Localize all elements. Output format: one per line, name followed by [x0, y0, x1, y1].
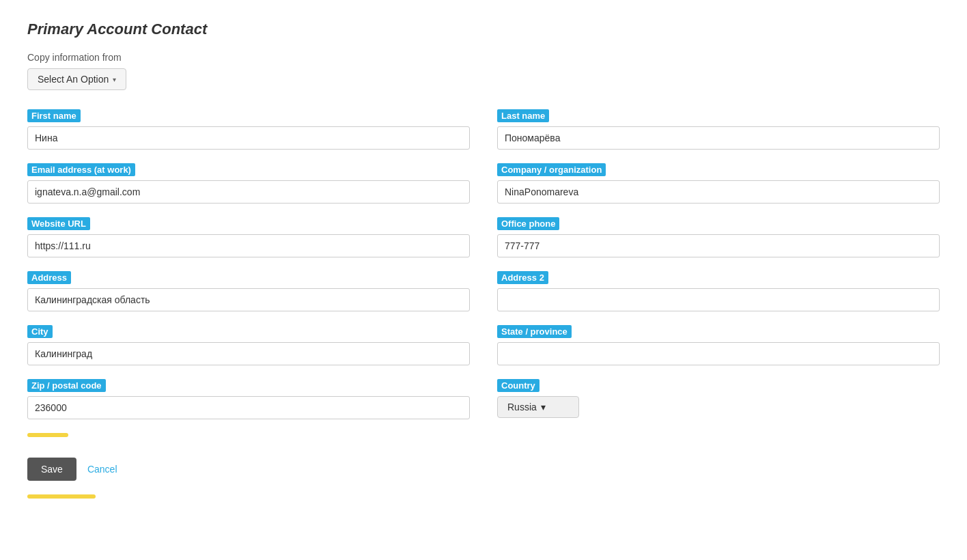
address-field: Address	[27, 271, 470, 311]
first-name-input[interactable]	[27, 126, 470, 150]
first-name-label: First name	[27, 109, 81, 122]
copy-section: Copy information from Select An Option ▾	[27, 52, 940, 90]
city-input[interactable]	[27, 342, 470, 365]
email-input[interactable]	[27, 180, 470, 204]
company-input[interactable]	[497, 180, 940, 204]
cancel-button[interactable]: Cancel	[87, 464, 117, 475]
zip-label: Zip / postal code	[27, 379, 106, 392]
chevron-down-icon: ▾	[541, 402, 546, 412]
email-label: Email address (at work)	[27, 163, 135, 176]
copy-label: Copy information from	[27, 52, 940, 63]
state-input[interactable]	[497, 342, 940, 365]
state-label: State / province	[497, 325, 572, 338]
copy-from-dropdown[interactable]: Select An Option ▾	[27, 68, 126, 90]
zip-input[interactable]	[27, 396, 470, 419]
form-grid: First name Email address (at work) Websi…	[27, 109, 940, 433]
zip-field: Zip / postal code	[27, 379, 470, 419]
first-name-field: First name	[27, 109, 470, 150]
address-input[interactable]	[27, 288, 470, 311]
chevron-down-icon: ▾	[113, 76, 116, 83]
country-label: Country	[497, 379, 539, 392]
website-input[interactable]	[27, 234, 470, 257]
address2-input[interactable]	[497, 288, 940, 311]
company-label: Company / organization	[497, 163, 606, 176]
website-field: Website URL	[27, 217, 470, 257]
office-phone-label: Office phone	[497, 217, 559, 230]
office-phone-field: Office phone	[497, 217, 940, 257]
city-label: City	[27, 325, 53, 338]
office-phone-input[interactable]	[497, 234, 940, 257]
country-field: Country Russia ▾	[497, 379, 940, 418]
actions-row: Save Cancel	[27, 458, 940, 481]
copy-from-dropdown-label: Select An Option	[38, 74, 109, 85]
last-name-label: Last name	[497, 109, 549, 122]
website-label: Website URL	[27, 217, 90, 230]
last-name-field: Last name	[497, 109, 940, 150]
email-field: Email address (at work)	[27, 163, 470, 204]
address-label: Address	[27, 271, 71, 284]
yellow-bar-bottom	[27, 494, 96, 499]
country-dropdown[interactable]: Russia ▾	[497, 396, 579, 418]
save-button[interactable]: Save	[27, 458, 76, 481]
state-field: State / province	[497, 325, 940, 365]
country-value: Russia	[507, 402, 537, 412]
yellow-bar-top	[27, 433, 68, 437]
last-name-input[interactable]	[497, 126, 940, 150]
address2-label: Address 2	[497, 271, 548, 284]
right-column: Last name Company / organization Office …	[497, 109, 940, 433]
city-field: City	[27, 325, 470, 365]
address2-field: Address 2	[497, 271, 940, 311]
page-title: Primary Account Contact	[27, 20, 940, 38]
left-column: First name Email address (at work) Websi…	[27, 109, 470, 433]
company-field: Company / organization	[497, 163, 940, 204]
